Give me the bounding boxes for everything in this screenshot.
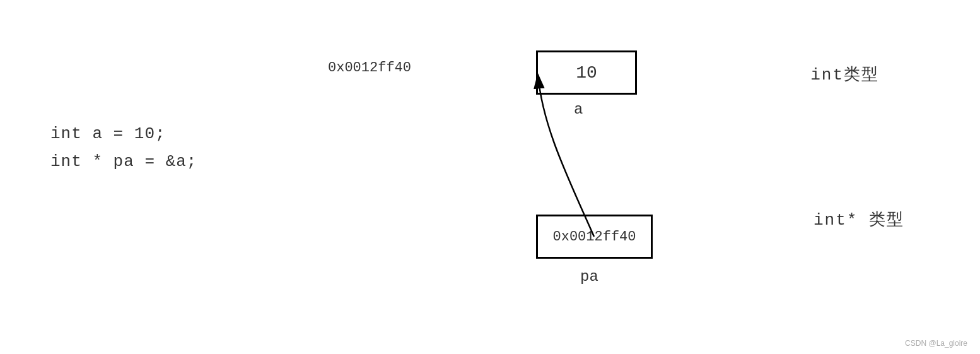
code-line-2: int * pa = &a;	[50, 148, 197, 175]
watermark: CSDN @La_gloire	[905, 339, 967, 348]
box-pa-label: pa	[580, 268, 598, 285]
type-int-label: int类型	[810, 63, 879, 85]
code-line-1: int a = 10;	[50, 120, 197, 148]
box-pa-value: 0x0012ff40	[552, 229, 636, 245]
type-intp-label: int* 类型	[814, 208, 904, 230]
box-a-label: a	[574, 101, 583, 118]
address-a-label: 0x0012ff40	[328, 60, 411, 76]
box-a-value: 10	[576, 63, 597, 83]
code-section: int a = 10; int * pa = &a;	[50, 120, 197, 175]
box-pa: 0x0012ff40	[536, 215, 653, 259]
box-a: 10	[536, 50, 637, 95]
